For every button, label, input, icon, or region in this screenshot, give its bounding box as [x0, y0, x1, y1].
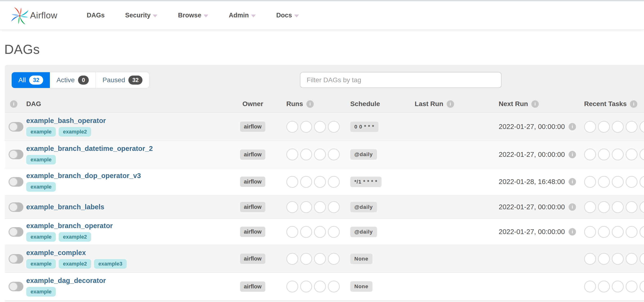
pause-toggle[interactable]: [8, 150, 24, 159]
run-status-circle[interactable]: [314, 226, 326, 238]
pause-toggle[interactable]: [8, 254, 24, 264]
run-status-circle[interactable]: [328, 281, 340, 293]
nav-item-docs[interactable]: Docs: [266, 12, 309, 19]
recent-task-circle[interactable]: [612, 226, 624, 238]
recent-task-circle[interactable]: [612, 201, 624, 213]
run-status-circle[interactable]: [300, 148, 312, 160]
recent-task-circle[interactable]: [598, 281, 610, 293]
dag-link[interactable]: example_complex: [26, 249, 86, 257]
recent-task-circle[interactable]: [598, 253, 610, 265]
run-status-circle[interactable]: [286, 148, 298, 160]
recent-task-circle[interactable]: [626, 253, 638, 265]
owner-badge[interactable]: airflow: [240, 282, 265, 292]
recent-task-circle[interactable]: [640, 226, 644, 238]
recent-task-circle[interactable]: [584, 281, 596, 293]
run-status-circle[interactable]: [286, 253, 298, 265]
dag-link[interactable]: example_bash_operator: [26, 117, 106, 125]
run-status-circle[interactable]: [328, 148, 340, 160]
recent-task-circle[interactable]: [584, 201, 596, 213]
recent-task-circle[interactable]: [626, 281, 638, 293]
recent-task-circle[interactable]: [626, 226, 638, 238]
recent-task-circle[interactable]: [612, 253, 624, 265]
dag-link[interactable]: example_dag_decorator: [26, 277, 106, 285]
recent-task-circle[interactable]: [584, 226, 596, 238]
recent-task-circle[interactable]: [640, 201, 644, 213]
dag-link[interactable]: example_branch_labels: [26, 203, 104, 211]
nav-item-admin[interactable]: Admin: [218, 12, 266, 19]
dag-link[interactable]: example_branch_operator: [26, 222, 113, 230]
run-status-circle[interactable]: [314, 121, 326, 133]
recent-task-circle[interactable]: [626, 201, 638, 213]
recent-task-circle[interactable]: [598, 148, 610, 160]
pause-toggle[interactable]: [8, 177, 24, 187]
run-status-circle[interactable]: [300, 201, 312, 213]
recent-task-circle[interactable]: [626, 121, 638, 133]
recent-task-circle[interactable]: [612, 281, 624, 293]
run-status-circle[interactable]: [300, 281, 312, 293]
recent-task-circle[interactable]: [612, 176, 624, 188]
dag-link[interactable]: example_branch_datetime_operator_2: [26, 145, 153, 153]
owner-badge[interactable]: airflow: [240, 227, 265, 237]
tag-badge[interactable]: example: [26, 259, 56, 269]
run-status-circle[interactable]: [328, 121, 340, 133]
recent-task-circle[interactable]: [584, 121, 596, 133]
tag-badge[interactable]: example2: [59, 259, 91, 269]
recent-task-circle[interactable]: [626, 148, 638, 160]
recent-task-circle[interactable]: [584, 176, 596, 188]
recent-task-circle[interactable]: [598, 201, 610, 213]
tab-active[interactable]: Active0: [50, 72, 96, 88]
recent-task-circle[interactable]: [598, 226, 610, 238]
run-status-circle[interactable]: [328, 253, 340, 265]
dag-link[interactable]: example_branch_dop_operator_v3: [26, 172, 141, 180]
owner-badge[interactable]: airflow: [240, 177, 265, 187]
tag-badge[interactable]: example2: [59, 232, 91, 242]
owner-badge[interactable]: airflow: [240, 202, 265, 212]
run-status-circle[interactable]: [286, 281, 298, 293]
recent-task-circle[interactable]: [640, 281, 644, 293]
recent-task-circle[interactable]: [612, 121, 624, 133]
run-status-circle[interactable]: [328, 176, 340, 188]
tag-badge[interactable]: example3: [94, 259, 126, 269]
run-status-circle[interactable]: [314, 148, 326, 160]
run-status-circle[interactable]: [314, 253, 326, 265]
recent-task-circle[interactable]: [598, 176, 610, 188]
recent-task-circle[interactable]: [584, 148, 596, 160]
owner-badge[interactable]: airflow: [240, 149, 265, 160]
tag-badge[interactable]: example2: [59, 127, 91, 137]
run-status-circle[interactable]: [286, 176, 298, 188]
tab-paused[interactable]: Paused32: [96, 72, 149, 88]
pause-toggle[interactable]: [8, 282, 24, 291]
recent-task-circle[interactable]: [612, 148, 624, 160]
recent-task-circle[interactable]: [584, 253, 596, 265]
nav-item-browse[interactable]: Browse: [168, 12, 218, 19]
tag-badge[interactable]: example: [26, 127, 56, 137]
tag-badge[interactable]: example: [26, 155, 56, 164]
run-status-circle[interactable]: [286, 201, 298, 213]
pause-toggle[interactable]: [8, 227, 24, 237]
recent-task-circle[interactable]: [640, 148, 644, 160]
tab-all[interactable]: All32: [12, 72, 50, 88]
nav-item-dags[interactable]: DAGs: [76, 12, 115, 19]
recent-task-circle[interactable]: [640, 121, 644, 133]
run-status-circle[interactable]: [314, 176, 326, 188]
tag-badge[interactable]: example: [26, 232, 56, 242]
run-status-circle[interactable]: [300, 176, 312, 188]
tag-filter-input[interactable]: [300, 72, 502, 88]
owner-badge[interactable]: airflow: [240, 122, 265, 132]
recent-task-circle[interactable]: [640, 253, 644, 265]
airflow-logo-link[interactable]: Airflow: [11, 4, 58, 26]
nav-item-security[interactable]: Security: [115, 12, 168, 19]
tag-badge[interactable]: example: [26, 287, 56, 297]
owner-badge[interactable]: airflow: [240, 254, 265, 264]
run-status-circle[interactable]: [300, 226, 312, 238]
tag-badge[interactable]: example: [26, 182, 56, 192]
pause-toggle[interactable]: [8, 122, 24, 132]
run-status-circle[interactable]: [286, 226, 298, 238]
run-status-circle[interactable]: [328, 226, 340, 238]
run-status-circle[interactable]: [286, 121, 298, 133]
pause-toggle[interactable]: [8, 202, 24, 212]
recent-task-circle[interactable]: [598, 121, 610, 133]
run-status-circle[interactable]: [314, 201, 326, 213]
run-status-circle[interactable]: [300, 121, 312, 133]
run-status-circle[interactable]: [328, 201, 340, 213]
